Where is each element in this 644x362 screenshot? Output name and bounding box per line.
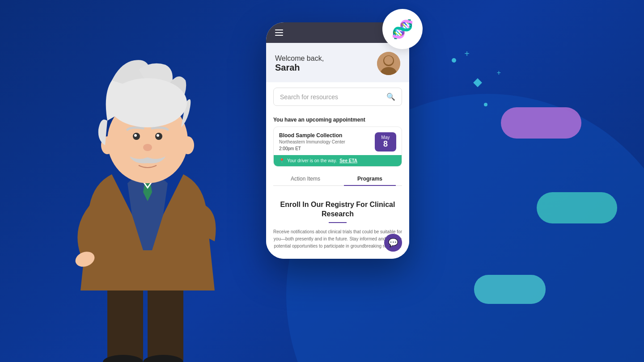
driver-eta-link[interactable]: See ETA (339, 158, 357, 163)
search-placeholder-text: Search for resources (280, 93, 338, 101)
registry-description: Receive notifications about clinical tri… (273, 228, 402, 250)
dna-icon: 🧬 (391, 19, 414, 40)
registry-title: Enroll In Our Registry For Clinical Rese… (273, 200, 402, 219)
teal-pill-large (537, 192, 617, 223)
deco-plus-1: + (464, 49, 470, 58)
user-name: Sarah (275, 63, 324, 73)
hamburger-line-3 (275, 35, 283, 36)
registry-divider (329, 222, 347, 223)
welcome-section: Welcome back, Sarah (266, 43, 409, 82)
appointment-location: Northeastern Immunology Center (279, 139, 345, 144)
svg-point-13 (143, 144, 152, 151)
user-avatar (377, 52, 400, 75)
pin-icon: 📍 (279, 158, 284, 163)
driver-text: Your driver is on the way. (287, 158, 337, 163)
tab-programs[interactable]: Programs (338, 172, 402, 185)
date-day: 8 (380, 140, 391, 149)
driver-banner: 📍 Your driver is on the way. See ETA (274, 155, 402, 166)
einstein-svg (54, 58, 242, 362)
einstein-character (36, 49, 259, 362)
hamburger-line-1 (275, 29, 283, 30)
svg-point-18 (384, 56, 393, 65)
chat-icon: 💬 (388, 238, 398, 248)
search-box[interactable]: Search for resources 🔍 (273, 88, 402, 106)
purple-pill-shape (501, 107, 581, 139)
avatar-svg (377, 52, 400, 75)
welcome-text: Welcome back, Sarah (275, 55, 324, 73)
appointment-section-title: You have an upcoming appointment (273, 111, 402, 126)
svg-point-12 (157, 134, 159, 137)
deco-plus-2: + (497, 69, 501, 76)
deco-dot-1 (452, 58, 456, 63)
svg-point-14 (108, 78, 187, 127)
greeting-text: Welcome back, (275, 55, 324, 63)
deco-dot-2 (484, 103, 487, 106)
hamburger-menu[interactable] (275, 29, 283, 36)
phone-frame: Welcome back, Sarah Search for resources… (266, 22, 409, 259)
teal-pill-small (474, 275, 546, 304)
appointment-card: Blood Sample Collection Northeastern Imm… (273, 126, 402, 167)
appointment-time: 2:00pm ET (279, 146, 345, 151)
dna-bubble: 🧬 (382, 9, 423, 49)
tabs-container: Action Items Programs (273, 172, 402, 186)
svg-point-11 (134, 134, 137, 137)
search-icon: 🔍 (386, 93, 395, 101)
tab-action-items[interactable]: Action Items (273, 172, 338, 185)
appointment-section: You have an upcoming appointment Blood S… (266, 111, 409, 193)
hamburger-line-2 (275, 32, 283, 33)
appointment-info: Blood Sample Collection Northeastern Imm… (279, 132, 345, 151)
appointment-main: Blood Sample Collection Northeastern Imm… (274, 127, 402, 155)
phone-mockup: 🧬 Welcome back, Sarah (266, 22, 409, 259)
appointment-date: May 8 (375, 132, 396, 152)
appointment-title-text: Blood Sample Collection (279, 132, 345, 139)
search-section: Search for resources 🔍 (266, 82, 409, 111)
svg-point-8 (182, 136, 194, 154)
